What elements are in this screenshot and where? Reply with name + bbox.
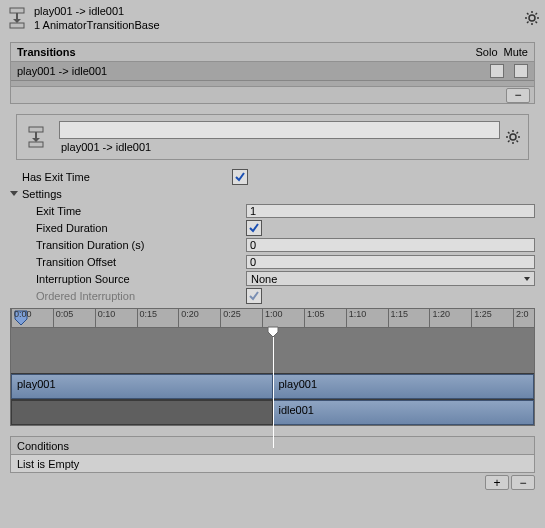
selected-transition-box: play001 -> idle001 — [16, 114, 529, 160]
transition-duration-label: Transition Duration (s) — [10, 239, 246, 251]
selected-transition-label: play001 -> idle001 — [53, 139, 506, 153]
mute-label: Mute — [504, 46, 528, 58]
transition-list-item[interactable]: play001 -> idle001 — [11, 62, 534, 80]
svg-line-10 — [536, 13, 538, 15]
svg-rect-1 — [10, 23, 24, 28]
settings-label: Settings — [22, 188, 62, 200]
has-exit-time-label: Has Exit Time — [10, 171, 232, 183]
svg-line-19 — [517, 141, 519, 143]
foldout-arrow-icon — [10, 191, 18, 196]
svg-rect-11 — [29, 127, 43, 132]
transition-duration-row: Transition Duration (s) — [0, 236, 545, 253]
ruler-tick: 1:00 — [262, 309, 283, 327]
svg-rect-0 — [10, 8, 24, 13]
conditions-empty: List is Empty — [11, 455, 534, 472]
header-text: play001 -> idle001 1 AnimatorTransitionB… — [34, 4, 525, 32]
ruler-tick: 1:25 — [471, 309, 492, 327]
interruption-source-row: Interruption Source None — [0, 270, 545, 287]
fixed-duration-checkbox[interactable] — [246, 220, 262, 236]
solo-checkbox[interactable] — [490, 64, 504, 78]
transitions-panel: Transitions Solo Mute play001 -> idle001… — [10, 42, 535, 104]
transition-item-label: play001 -> idle001 — [17, 65, 480, 77]
ruler-tick: 1:05 — [304, 309, 325, 327]
playhead[interactable] — [273, 328, 274, 448]
has-exit-time-checkbox[interactable] — [232, 169, 248, 185]
gear-icon[interactable] — [525, 11, 539, 25]
header-title: play001 -> idle001 — [34, 4, 525, 18]
transition-icon — [25, 123, 47, 151]
svg-line-18 — [508, 132, 510, 134]
fixed-duration-label: Fixed Duration — [10, 222, 246, 234]
svg-line-9 — [527, 22, 529, 24]
ruler-tick: 0:20 — [178, 309, 199, 327]
ordered-interruption-checkbox — [246, 288, 262, 304]
exit-time-label: Exit Time — [10, 205, 246, 217]
svg-rect-12 — [29, 142, 43, 147]
fixed-duration-row: Fixed Duration — [0, 219, 545, 236]
inspector-header: play001 -> idle001 1 AnimatorTransitionB… — [0, 0, 545, 36]
has-exit-time-row: Has Exit Time — [0, 168, 545, 185]
exit-time-input[interactable] — [246, 204, 535, 218]
transition-timeline[interactable]: 0:000:050:100:150:200:251:001:051:101:15… — [10, 308, 535, 426]
solo-label: Solo — [476, 46, 498, 58]
ruler-tick: 0:10 — [95, 309, 116, 327]
ruler-tick: 1:20 — [429, 309, 450, 327]
ruler-tick: 0:00 — [11, 309, 32, 327]
transitions-title: Transitions — [17, 46, 476, 58]
transitions-header: Transitions Solo Mute — [11, 43, 534, 62]
ruler-tick: 0:25 — [220, 309, 241, 327]
dest-clip[interactable]: idle001 — [273, 400, 535, 425]
source-clip-a[interactable]: play001 — [11, 374, 273, 399]
transition-offset-input[interactable] — [246, 255, 535, 269]
transitions-footer: − — [11, 86, 534, 103]
ruler-tick: 1:15 — [388, 309, 409, 327]
interruption-source-dropdown[interactable]: None — [246, 271, 535, 286]
mute-checkbox[interactable] — [514, 64, 528, 78]
svg-point-2 — [529, 15, 535, 21]
ordered-interruption-label: Ordered Interruption — [10, 290, 246, 302]
transition-offset-label: Transition Offset — [10, 256, 246, 268]
ordered-interruption-row: Ordered Interruption — [0, 287, 545, 304]
ruler-tick: 0:05 — [53, 309, 74, 327]
source-clip-b[interactable]: play001 — [273, 374, 535, 399]
svg-line-8 — [536, 22, 538, 24]
svg-line-21 — [517, 132, 519, 134]
transition-duration-input[interactable] — [246, 238, 535, 252]
ruler-tick: 0:15 — [137, 309, 158, 327]
interruption-source-label: Interruption Source — [10, 273, 246, 285]
add-condition-button[interactable]: + — [485, 475, 509, 490]
timeline-tracks[interactable] — [11, 328, 534, 373]
svg-point-13 — [510, 134, 516, 140]
ruler-tick: 2:0 — [513, 309, 529, 327]
settings-foldout[interactable]: Settings — [0, 185, 545, 202]
ruler-tick: 1:10 — [346, 309, 367, 327]
gear-icon[interactable] — [506, 130, 520, 144]
dest-clip-empty — [11, 400, 273, 425]
transition-offset-row: Transition Offset — [0, 253, 545, 270]
remove-transition-button[interactable]: − — [506, 88, 530, 103]
transition-icon — [6, 4, 28, 32]
svg-line-20 — [508, 141, 510, 143]
exit-time-row: Exit Time — [0, 202, 545, 219]
playhead-marker-icon — [267, 326, 279, 338]
remove-condition-button[interactable]: − — [511, 475, 535, 490]
svg-line-7 — [527, 13, 529, 15]
header-subtitle: 1 AnimatorTransitionBase — [34, 18, 525, 32]
transition-name-input[interactable] — [59, 121, 500, 139]
